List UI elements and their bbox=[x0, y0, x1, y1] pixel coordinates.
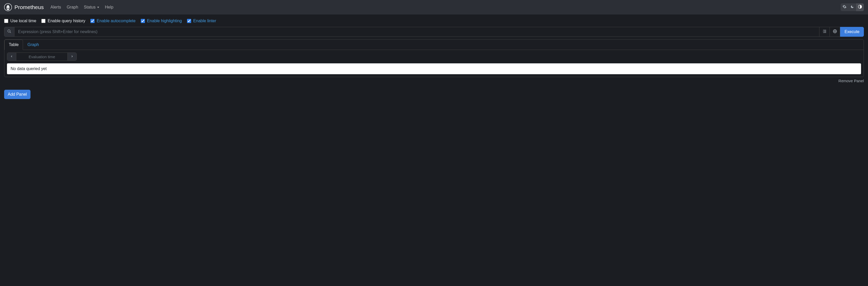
eval-time-input[interactable] bbox=[16, 53, 68, 60]
eval-time-group bbox=[7, 53, 77, 61]
contrast-icon bbox=[858, 5, 862, 10]
enable-query-history-option: Enable query history bbox=[41, 19, 85, 23]
enable-query-history-label[interactable]: Enable query history bbox=[48, 19, 85, 23]
panel-body: No data queried yet bbox=[4, 50, 864, 77]
indent-icon bbox=[823, 29, 827, 34]
navbar: Prometheus Alerts Graph Status Help bbox=[0, 0, 868, 15]
prometheus-logo-icon bbox=[4, 3, 12, 11]
theme-dark-button[interactable] bbox=[848, 3, 856, 11]
options-row: Use local time Enable query history Enab… bbox=[4, 19, 864, 23]
enable-linter-option: Enable linter bbox=[187, 19, 216, 23]
nav-alerts[interactable]: Alerts bbox=[48, 3, 64, 12]
enable-highlighting-option: Enable highlighting bbox=[141, 19, 182, 23]
theme-auto-button[interactable] bbox=[856, 3, 864, 11]
search-icon-addon bbox=[4, 27, 14, 37]
globe-icon bbox=[833, 29, 837, 34]
svg-line-5 bbox=[10, 32, 11, 33]
execute-button[interactable]: Execute bbox=[840, 27, 864, 37]
eval-time-next-button[interactable] bbox=[68, 53, 76, 60]
svg-rect-1 bbox=[6, 8, 9, 9]
expression-input[interactable] bbox=[14, 27, 819, 37]
caret-down-icon bbox=[97, 7, 99, 8]
brand-text: Prometheus bbox=[14, 4, 44, 10]
svg-point-2 bbox=[7, 9, 9, 10]
svg-point-4 bbox=[8, 30, 10, 32]
nav-status[interactable]: Status bbox=[82, 3, 102, 12]
expression-row: Execute bbox=[4, 27, 864, 37]
remove-panel-link[interactable]: Remove Panel bbox=[4, 79, 864, 83]
enable-autocomplete-checkbox[interactable] bbox=[90, 19, 95, 23]
empty-state-message: No data queried yet bbox=[7, 63, 861, 74]
tab-table[interactable]: Table bbox=[4, 39, 23, 50]
eval-time-prev-button[interactable] bbox=[7, 53, 16, 60]
enable-query-history-checkbox[interactable] bbox=[41, 19, 45, 23]
use-local-time-checkbox[interactable] bbox=[4, 19, 8, 23]
enable-linter-label[interactable]: Enable linter bbox=[193, 19, 216, 23]
enable-highlighting-checkbox[interactable] bbox=[141, 19, 145, 23]
use-local-time-label[interactable]: Use local time bbox=[10, 19, 36, 23]
tab-graph[interactable]: Graph bbox=[23, 39, 43, 50]
query-panel: Table Graph No data queried yet bbox=[4, 39, 864, 77]
chevron-right-icon bbox=[70, 54, 74, 59]
panel-tabs: Table Graph bbox=[4, 39, 864, 50]
nav-graph[interactable]: Graph bbox=[64, 3, 81, 12]
brand[interactable]: Prometheus bbox=[4, 3, 44, 11]
enable-linter-checkbox[interactable] bbox=[187, 19, 191, 23]
gear-icon bbox=[842, 5, 846, 10]
add-panel-button[interactable]: Add Panel bbox=[4, 90, 30, 99]
use-local-time-option: Use local time bbox=[4, 19, 36, 23]
theme-toggle-group bbox=[841, 3, 864, 11]
moon-icon bbox=[850, 5, 854, 9]
metrics-explorer-button[interactable] bbox=[830, 27, 840, 37]
search-icon bbox=[7, 29, 11, 34]
nav-help[interactable]: Help bbox=[102, 3, 116, 12]
enable-autocomplete-option: Enable autocomplete bbox=[90, 19, 135, 23]
chevron-left-icon bbox=[10, 54, 13, 59]
enable-autocomplete-label[interactable]: Enable autocomplete bbox=[97, 19, 135, 23]
nav-links: Alerts Graph Status Help bbox=[48, 3, 116, 12]
main-container: Use local time Enable query history Enab… bbox=[0, 15, 868, 103]
format-button[interactable] bbox=[819, 27, 830, 37]
svg-rect-6 bbox=[823, 30, 826, 30]
svg-rect-7 bbox=[824, 31, 826, 31]
theme-light-button[interactable] bbox=[841, 3, 848, 11]
enable-highlighting-label[interactable]: Enable highlighting bbox=[147, 19, 182, 23]
